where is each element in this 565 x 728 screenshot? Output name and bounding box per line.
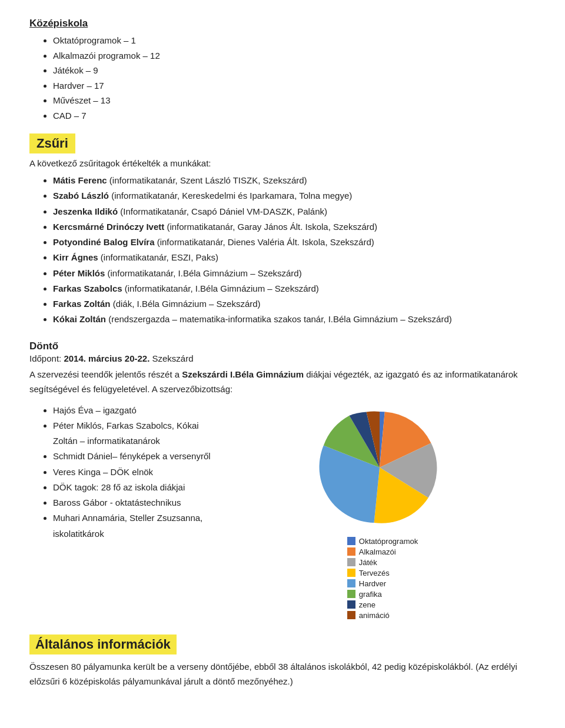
member-detail: (diák, I.Béla Gimnázium – Szekszárd) [111, 299, 261, 309]
zsuri-member: Kirr Ágnes (informatikatanár, ESZI, Paks… [53, 250, 536, 265]
pie-slices [319, 411, 437, 523]
list-item: Hardver – 17 [53, 78, 536, 93]
legend-color-jatek [347, 558, 355, 566]
member-name: Kirr Ágnes [53, 252, 98, 262]
member-detail: (informatikatanár, Kereskedelmi és Ipark… [109, 191, 352, 201]
chart-column: Oktatóprogramok Alkalmazói Játék Tervezé… [230, 403, 536, 622]
legend-label: Játék [359, 558, 377, 567]
organizer-item: Baross Gábor - oktatástechnikus [53, 495, 218, 510]
member-detail: (Informatikatanár, Csapó Dániel VM-DASZK… [118, 206, 327, 216]
organizer-item: Hajós Éva – igazgató [53, 403, 218, 418]
member-name: Péter Miklós [53, 268, 105, 278]
legend-label: Tervezés [359, 569, 390, 577]
donto-section: Döntő Időpont: 2014. március 20-22. Szek… [29, 340, 536, 622]
member-detail: (informatikatanár, ESZI, Paks) [98, 252, 218, 262]
organizers-column: Hajós Éva – igazgató Péter Miklós, Farka… [29, 403, 218, 542]
organizer-item: Schmidt Dániel– fényképek a versenyről [53, 449, 218, 464]
donto-title: Döntő [29, 340, 536, 352]
altalanos-section: Általános információk Összesen 80 pályam… [29, 635, 536, 689]
member-detail: (rendszergazda – matematika-informatika … [106, 314, 452, 324]
pie-chart [312, 403, 453, 532]
list-item: Művészet – 13 [53, 93, 536, 108]
legend-label: zene [359, 600, 375, 609]
zsuri-member: Kókai Zoltán (rendszergazda – matematika… [53, 312, 536, 327]
legend-item: Tervezés [347, 569, 418, 577]
member-name: Potyondiné Balog Elvíra [53, 237, 155, 247]
zsuri-members-list: Mátis Ferenc (informatikatanár, Szent Lá… [29, 173, 536, 328]
pie-chart-svg [312, 403, 447, 532]
legend-item: Oktatóprogramok [347, 537, 418, 546]
organizers-list: Hajós Éva – igazgató Péter Miklós, Farka… [29, 403, 218, 542]
legend-item: animáció [347, 611, 418, 620]
zsuri-member: Farkas Zoltán (diák, I.Béla Gimnázium – … [53, 296, 536, 312]
member-name: Farkas Zoltán [53, 299, 111, 309]
legend-color-zene [347, 600, 355, 609]
zsuri-member: Péter Miklós (informatikatanár, I.Béla G… [53, 266, 536, 281]
legend-color-hardver [347, 579, 355, 587]
legend-color-grafika [347, 590, 355, 598]
zsuri-member: Farkas Szabolcs (informatikatanár, I.Bél… [53, 281, 536, 296]
legend-item: Játék [347, 558, 418, 567]
zsuri-member: Mátis Ferenc (informatikatanár, Szent Lá… [53, 173, 536, 188]
organizer-item: Muhari Annamária, Steller Zsuzsanna, isk… [53, 510, 218, 542]
legend-item: grafika [347, 590, 418, 599]
legend-color-animacio [347, 611, 355, 619]
section-heading: Középiskola [29, 18, 536, 29]
altalanos-title: Általános információk [29, 635, 177, 654]
donto-date: Időpont: 2014. március 20-22. Szekszárd [29, 353, 536, 363]
chart-legend: Oktatóprogramok Alkalmazói Játék Tervezé… [347, 537, 418, 622]
zsuri-member: Kercsmárné Drinóczy Ivett (informatikata… [53, 219, 536, 235]
bold-text: Szekszárdi I.Béla Gimnázium [182, 369, 304, 379]
member-name: Szabó László [53, 191, 109, 201]
city: Szekszárd [149, 353, 193, 363]
legend-label: Oktatóprogramok [359, 537, 418, 546]
legend-color-tervezes [347, 569, 355, 577]
legend-label: Hardver [359, 579, 386, 588]
legend-item: Alkalmazói [347, 547, 418, 556]
zsuri-member: Potyondiné Balog Elvíra (informatikataná… [53, 235, 536, 250]
zsuri-title: Zsűri [29, 133, 75, 153]
legend-label: grafika [359, 590, 382, 599]
legend-color-alkalmazoi [347, 547, 355, 556]
altalanos-body: Összesen 80 pályamunka került be a verse… [29, 659, 536, 689]
member-detail: (informatikatanár, Szent László TISZK, S… [107, 175, 307, 185]
donto-body-text: A szervezési teendők jelentős részét a S… [29, 367, 536, 397]
zsuri-intro: A következő zsűritagok értékelték a munk… [29, 158, 536, 168]
member-detail: (informatikatanár, Dienes Valéria Ált. I… [155, 237, 374, 247]
legend-color-oktatoprogramok [347, 537, 355, 545]
list-item: Játékok – 9 [53, 63, 536, 78]
donto-content: Hajós Éva – igazgató Péter Miklós, Farka… [29, 403, 536, 622]
zsuri-member: Jeszenka Ildikó (Informatikatanár, Csapó… [53, 204, 536, 219]
category-list: Oktatóprogramok – 1 Alkalmazói programok… [29, 33, 536, 123]
member-name: Mátis Ferenc [53, 175, 107, 185]
date-label: Időpont: [29, 353, 64, 363]
member-detail: (informatikatanár, I.Béla Gimnázium – Sz… [105, 268, 301, 278]
member-name: Kókai Zoltán [53, 314, 106, 324]
organizer-item: Veres Kinga – DÖK elnök [53, 465, 218, 480]
date-value: 2014. március 20-22. [64, 353, 149, 363]
list-item: Alkalmazói programok – 12 [53, 48, 536, 64]
member-detail: (informatikatanár, Garay János Ált. Isko… [164, 222, 377, 232]
legend-item: Hardver [347, 579, 418, 588]
zsuri-section: Zsűri A következő zsűritagok értékelték … [29, 133, 536, 328]
organizer-item: DÖK tagok: 28 fő az iskola diákjai [53, 480, 218, 495]
legend-item: zene [347, 600, 418, 609]
member-name: Farkas Szabolcs [53, 283, 122, 293]
member-detail: (informatikatanár, I.Béla Gimnázium – Sz… [122, 283, 319, 293]
list-item: CAD – 7 [53, 108, 536, 123]
member-name: Jeszenka Ildikó [53, 206, 118, 216]
legend-label: animáció [359, 611, 390, 620]
organizer-item: Péter Miklós, Farkas Szabolcs, Kókai Zol… [53, 418, 218, 449]
zsuri-member: Szabó László (informatikatanár, Keresked… [53, 188, 536, 203]
member-name: Kercsmárné Drinóczy Ivett [53, 222, 164, 232]
list-item: Oktatóprogramok – 1 [53, 33, 536, 48]
legend-label: Alkalmazói [359, 547, 396, 556]
